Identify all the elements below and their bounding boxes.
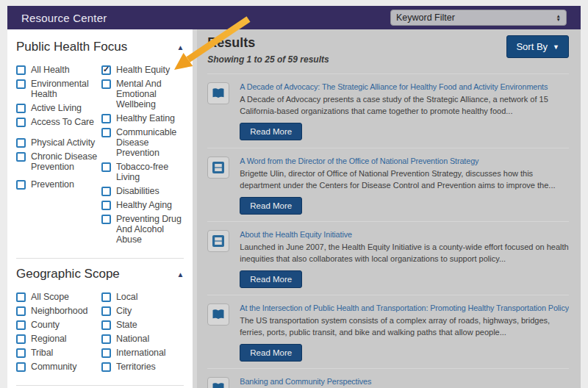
checkbox-label: Access To Care	[31, 117, 94, 127]
cb-territories[interactable]: Territories	[101, 362, 185, 372]
checkbox[interactable]	[101, 79, 111, 89]
checkbox[interactable]	[101, 334, 111, 344]
cb-prevention[interactable]: Prevention	[16, 179, 101, 190]
read-more-button[interactable]: Read More	[240, 197, 302, 215]
collapse-caret-icon[interactable]: ▲	[176, 270, 184, 279]
up-down-arrows-icon: ▲▼	[556, 14, 561, 21]
checkbox[interactable]	[16, 138, 26, 148]
checkbox-columns: All Health Environmental Health Active L…	[16, 65, 185, 248]
checkbox-label: All Health	[31, 65, 70, 75]
cb-healthy-aging[interactable]: Healthy Aging	[101, 200, 185, 210]
read-more-button[interactable]: Read More	[240, 123, 302, 140]
cb-national[interactable]: National	[101, 334, 185, 344]
checkbox[interactable]	[16, 65, 26, 75]
result-title-link[interactable]: At the Intersection of Public Health and…	[240, 303, 569, 312]
checkbox-label: Healthy Eating	[116, 113, 175, 123]
result-item: A Decade of Advocacy: The Strategic Alli…	[207, 74, 569, 148]
result-item: About the Health Equity Initiative Launc…	[207, 221, 569, 295]
checkbox[interactable]	[101, 215, 111, 224]
section-title: Public Health Focus	[16, 40, 127, 54]
cb-regional[interactable]: Regional	[16, 334, 101, 344]
result-title-link[interactable]: A Decade of Advocacy: The Strategic Alli…	[240, 82, 569, 91]
results-pane: Results Showing 1 to 25 of 59 results So…	[193, 29, 581, 388]
cb-county[interactable]: County	[16, 320, 101, 330]
checkbox-label: All Scope	[31, 292, 69, 302]
read-more-button[interactable]: Read More	[240, 344, 302, 362]
result-title-link[interactable]: Banking and Community Perspectives	[240, 377, 569, 386]
checkbox[interactable]	[101, 201, 111, 210]
checkbox[interactable]	[101, 114, 111, 123]
checkbox-label: Territories	[116, 362, 156, 372]
page-title: Resource Center	[21, 12, 107, 24]
result-title-link[interactable]: A Word from the Director of the Office o…	[240, 157, 569, 165]
checkbox[interactable]	[101, 128, 111, 137]
collapse-caret-icon[interactable]: ▲	[176, 43, 184, 51]
cb-physical-activity[interactable]: Physical Activity	[16, 137, 101, 148]
film-icon	[207, 157, 229, 179]
checkbox-label: International	[116, 348, 166, 358]
cb-tribal[interactable]: Tribal	[16, 348, 101, 358]
keyword-filter-select[interactable]: Keyword Filter ▲▼	[390, 10, 567, 26]
checkbox[interactable]	[16, 334, 26, 344]
checkbox-label: Neighborhood	[31, 306, 87, 316]
sort-by-label: Sort By	[516, 41, 548, 52]
cb-tobacco-free-living[interactable]: Tobacco-free Living	[101, 162, 185, 182]
checkbox[interactable]	[16, 362, 26, 372]
result-description: Launched in June 2007, the Health Equity…	[240, 241, 569, 265]
cb-state[interactable]: State	[101, 320, 185, 330]
cb-neighborhood[interactable]: Neighborhood	[16, 306, 101, 316]
checkbox[interactable]	[16, 292, 26, 302]
checkbox[interactable]	[16, 79, 26, 89]
checkbox[interactable]	[16, 348, 26, 358]
checkbox[interactable]	[16, 118, 26, 127]
cb-health-equity[interactable]: Health Equity	[101, 65, 185, 75]
film-icon	[207, 230, 229, 252]
checkbox[interactable]	[101, 306, 111, 316]
cb-city[interactable]: City	[101, 306, 185, 316]
cb-mental-and-emotional-wellbeing[interactable]: Mental And Emotional Wellbeing	[101, 79, 185, 109]
checkbox[interactable]	[101, 162, 111, 172]
cb-healthy-eating[interactable]: Healthy Eating	[101, 113, 185, 123]
cb-environmental-health[interactable]: Environmental Health	[16, 79, 101, 99]
checkbox-checked[interactable]	[101, 65, 111, 75]
caret-down-icon: ▼	[553, 43, 559, 51]
checkbox-label: Active Living	[31, 103, 82, 113]
checkbox[interactable]	[101, 348, 111, 358]
cb-community[interactable]: Community	[16, 362, 101, 372]
checkbox-label: Physical Activity	[31, 137, 95, 148]
checkbox[interactable]	[101, 320, 111, 330]
checkbox[interactable]	[101, 362, 111, 372]
checkbox-label: Local	[116, 292, 137, 302]
checkbox[interactable]	[16, 320, 26, 330]
checkbox[interactable]	[16, 180, 26, 190]
resource-center-page: Resource Center Keyword Filter ▲▼ Public…	[0, 0, 588, 388]
checkbox-label: Environmental Health	[31, 79, 101, 99]
section-header-geographic-scope: Geographic Scope ▲	[16, 267, 184, 281]
cb-disabilities[interactable]: Disabilities	[101, 186, 185, 196]
cb-active-living[interactable]: Active Living	[16, 103, 101, 113]
checkbox[interactable]	[16, 152, 26, 162]
checkbox-label: County	[31, 320, 60, 330]
checkbox[interactable]	[101, 187, 111, 196]
cb-access-to-care[interactable]: Access To Care	[16, 117, 101, 127]
cb-all-health[interactable]: All Health	[16, 65, 101, 75]
result-item: A Word from the Director of the Office o…	[207, 148, 569, 221]
result-title-link[interactable]: About the Health Equity Initiative	[240, 230, 569, 239]
checkbox-label: Tobacco-free Living	[116, 162, 185, 182]
checkbox[interactable]	[16, 306, 26, 316]
checkbox-label: State	[116, 320, 137, 330]
cb-communicable-disease-prevention[interactable]: Communicable Disease Prevention	[101, 127, 185, 158]
app-header: Resource Center Keyword Filter ▲▼	[7, 6, 581, 29]
cb-international[interactable]: International	[101, 348, 185, 358]
result-description: The US transportation system consists of…	[240, 315, 569, 338]
cb-chronic-disease-prevention[interactable]: Chronic Disease Prevention	[16, 151, 101, 172]
checkbox[interactable]	[101, 292, 111, 302]
checkbox[interactable]	[16, 104, 26, 113]
sort-by-button[interactable]: Sort By ▼	[506, 35, 569, 58]
cb-all-scope[interactable]: All Scope	[16, 292, 101, 302]
keyword-filter-label: Keyword Filter	[396, 12, 455, 23]
cb-preventing-drug-and-alcohol-abuse[interactable]: Preventing Drug And Alcohol Abuse	[101, 214, 185, 245]
cb-local[interactable]: Local	[101, 292, 185, 302]
read-more-button[interactable]: Read More	[240, 270, 302, 288]
result-description: A Decade of Advocacy presents a case stu…	[240, 93, 569, 117]
